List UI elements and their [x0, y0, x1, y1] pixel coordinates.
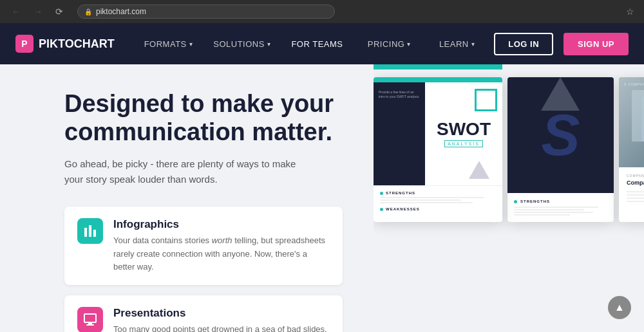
url-text: piktochart.com	[96, 7, 146, 16]
address-bar[interactable]: 🔒 piktochart.com	[77, 5, 335, 19]
s-line	[514, 209, 584, 210]
main-content: Designed to make your communication matt…	[0, 64, 644, 332]
infographics-icon	[77, 218, 103, 244]
logo-text: PIKTOCHART	[39, 37, 115, 51]
browser-icons-group: ☆	[623, 5, 636, 18]
nav-item-solutions[interactable]: SOLUTIONS ▾	[204, 34, 279, 54]
bookmark-icon: ☆	[623, 5, 636, 18]
reload-button[interactable]: ⟳	[52, 5, 67, 18]
scroll-to-top-button[interactable]: ▲	[608, 296, 631, 319]
svg-rect-1	[89, 225, 91, 237]
swot-line	[380, 197, 484, 198]
svg-rect-3	[84, 314, 96, 322]
swot-dot-2	[380, 208, 383, 211]
s-section-title: STRENGTHS	[520, 199, 550, 203]
s-line	[514, 212, 593, 213]
overview-desc-line	[627, 191, 644, 192]
overview-desc-line	[627, 201, 644, 202]
swot-header	[374, 77, 502, 82]
back-button[interactable]: ←	[8, 5, 24, 18]
overview-building-image	[619, 77, 644, 167]
learn-caret: ▾	[471, 41, 475, 48]
overview-desc-lines	[627, 191, 644, 202]
swot-weaknesses-section: WEAKNESSES	[380, 207, 496, 211]
navbar: P PIKTOCHART FORMATS ▾ SOLUTIONS ▾ FOR T…	[0, 23, 644, 64]
overview-card: A COMPANY LOGO OVERVIEW OF THE YEAR AHEA…	[619, 77, 644, 222]
presentations-title: Presentations	[113, 307, 330, 320]
s-line	[514, 214, 570, 216]
svg-rect-2	[93, 230, 96, 237]
swot-top: Provide a few lines of an intro to your …	[374, 82, 502, 185]
triangle-watermark	[541, 77, 580, 111]
preview-container: Provide a few lines of an intro to your …	[374, 77, 644, 222]
left-panel: Designed to make your communication matt…	[0, 64, 374, 332]
nav-item-pricing[interactable]: PRICING ▾	[359, 34, 420, 54]
overview-company-name: Company Vision	[627, 180, 644, 186]
nav-right: PRICING ▾ LEARN ▾ LOG IN SIGN UP	[359, 33, 629, 55]
signup-button[interactable]: SIGN UP	[564, 33, 629, 55]
feature-card-presentations[interactable]: Presentations Too many good points get d…	[64, 295, 343, 332]
swot-strengths-title: STRENGTHS	[380, 191, 496, 195]
swot-right-col: SWOT ANALYSIS	[425, 82, 502, 185]
nav-item-for-teams[interactable]: FOR TEAMS	[282, 34, 352, 54]
overview-bottom: COMPANY Company Vision	[619, 167, 644, 208]
overview-desc-line	[627, 194, 644, 196]
svg-rect-4	[88, 322, 92, 324]
lock-icon: 🔒	[84, 8, 92, 15]
logo[interactable]: P PIKTOCHART	[15, 35, 115, 53]
s-dot	[514, 200, 517, 203]
infographics-desc: Your data contains stories worth telling…	[113, 234, 330, 273]
swot-line	[380, 202, 473, 203]
overview-desc-line	[627, 198, 644, 199]
swot-line	[380, 199, 461, 201]
page-subheadline: Go ahead, be picky - there are plenty of…	[64, 156, 296, 187]
presentations-text: Presentations Too many good points get d…	[113, 307, 330, 332]
logo-icon: P	[15, 35, 33, 53]
presentations-icon	[77, 307, 103, 332]
swot-card: Provide a few lines of an intro to your …	[374, 77, 502, 222]
infographics-text: Infographics Your data contains stories …	[113, 218, 330, 273]
s-line	[514, 207, 598, 208]
svg-rect-5	[86, 324, 94, 326]
forward-button[interactable]: →	[30, 5, 46, 18]
right-panel: Provide a few lines of an intro to your …	[374, 64, 644, 332]
swot-bottom: STRENGTHS WEAKNESSES	[374, 185, 502, 220]
swot-small-text: Provide a few lines of an intro to your …	[379, 90, 420, 99]
svg-rect-0	[84, 228, 87, 237]
solutions-caret: ▾	[267, 41, 271, 48]
swot-title: SWOT	[437, 120, 491, 138]
nav-item-learn[interactable]: LEARN ▾	[430, 34, 484, 54]
login-button[interactable]: LOG IN	[494, 33, 553, 55]
overview-company-label: COMPANY	[627, 174, 644, 178]
nav-links: FORMATS ▾ SOLUTIONS ▾ FOR TEAMS	[135, 34, 359, 54]
pricing-caret: ▾	[407, 41, 411, 48]
feature-card-infographics[interactable]: Infographics Your data contains stories …	[64, 207, 343, 284]
browser-chrome: ← → ⟳ 🔒 piktochart.com ☆	[0, 0, 644, 23]
formats-caret: ▾	[189, 41, 193, 48]
swot-dot	[380, 192, 383, 195]
swot-left-col: Provide a few lines of an intro to your …	[374, 82, 425, 185]
swot-subtitle: ANALYSIS	[444, 140, 483, 147]
swot-triangle-small	[469, 161, 489, 179]
overview-logo-placeholder: A COMPANY LOGO	[624, 82, 644, 86]
s-lines	[514, 207, 607, 216]
nav-item-formats[interactable]: FORMATS ▾	[135, 34, 202, 54]
logo-letter: P	[21, 39, 27, 49]
overview-top: A COMPANY LOGO OVERVIEW OF THE YEAR AHEA…	[619, 77, 644, 167]
infographics-title: Infographics	[113, 218, 330, 231]
presentations-desc: Too many good points get drowned in a se…	[113, 323, 330, 332]
page-headline: Designed to make your communication matt…	[64, 90, 343, 146]
swot-lines	[380, 197, 496, 203]
s-letter: S	[541, 106, 580, 164]
swot-square-outline	[475, 89, 497, 111]
s-strengths-section: STRENGTHS	[514, 199, 607, 203]
s-card-bottom: STRENGTHS	[507, 193, 614, 222]
swot-weaknesses-title: WEAKNESSES	[380, 207, 496, 211]
swot-strengths-section: STRENGTHS	[380, 191, 496, 203]
